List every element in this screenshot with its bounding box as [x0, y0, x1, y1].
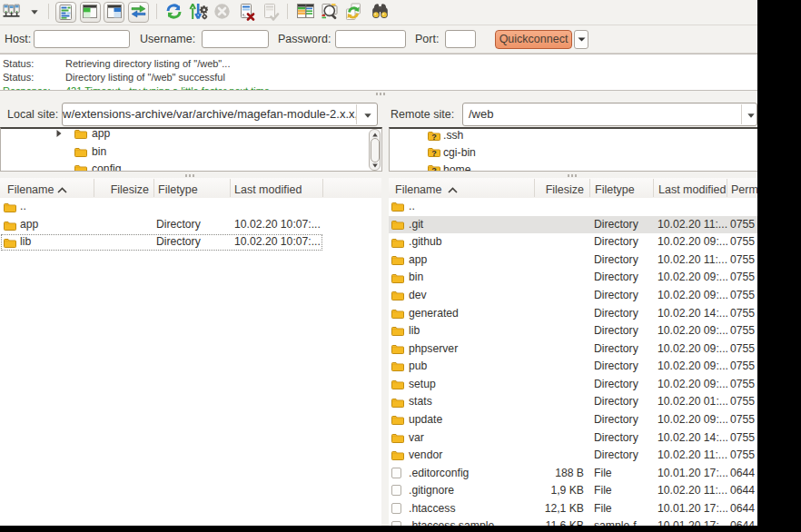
- svg-text:?: ?: [431, 149, 437, 158]
- svg-text:?: ?: [431, 166, 437, 172]
- svg-text:?: ?: [431, 132, 437, 141]
